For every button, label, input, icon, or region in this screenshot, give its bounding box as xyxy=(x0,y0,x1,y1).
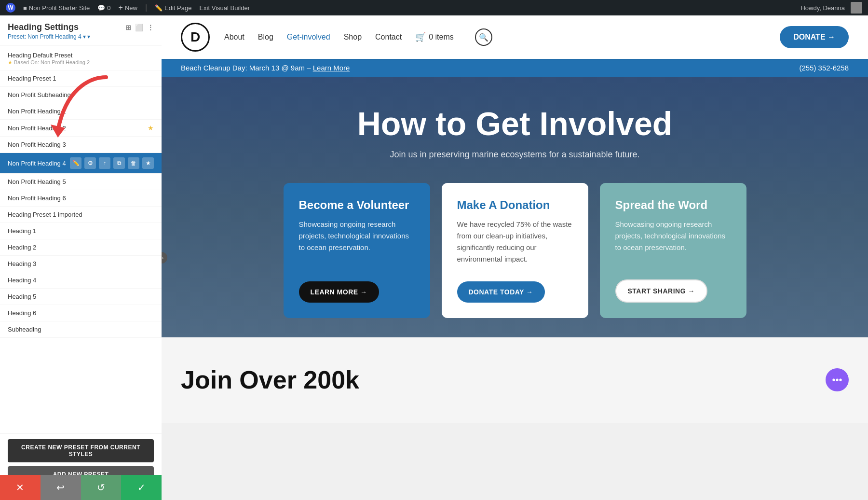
admin-avatar[interactable] xyxy=(851,2,862,14)
preset-item-h1[interactable]: Heading 1 xyxy=(0,223,162,239)
card-volunteer-title: Become a Volunteer xyxy=(299,198,415,212)
panel-title-icons: ⊞ ⬜ ⋮ xyxy=(125,24,154,31)
preset-item-np-h4[interactable]: Non Profit Heading 4 ✏️ ⚙ ↑ ⧉ 🗑 ★ xyxy=(0,153,162,174)
cards-row: Become a Volunteer Showcasing ongoing re… xyxy=(284,183,746,318)
card-donation-body: We have recycled 75% of the waste from o… xyxy=(457,219,573,272)
bottom-bar: ✕ ↩ ↺ ✓ xyxy=(0,475,162,500)
tool-export[interactable]: ↑ xyxy=(99,157,110,169)
announcement-link[interactable]: Learn More xyxy=(313,64,350,72)
card-spread-word: Spread the Word Showcasing ongoing resea… xyxy=(600,183,746,318)
panel-header: Heading Settings ⊞ ⬜ ⋮ Preset: Non Profi… xyxy=(0,15,162,45)
panel-preset-label[interactable]: Preset: Non Profit Heading 4 ▾ xyxy=(8,33,154,40)
hero-section: How to Get Involved Join us in preservin… xyxy=(162,77,868,337)
preset-item-np-h1[interactable]: Non Profit Heading 1 xyxy=(0,103,162,120)
preset-item-np-h6[interactable]: Non Profit Heading 6 xyxy=(0,190,162,207)
star-np-h2[interactable]: ★ xyxy=(148,124,154,132)
announcement-phone: (255) 352-6258 xyxy=(799,64,849,72)
preset-item-np-h5[interactable]: Non Profit Heading 5 xyxy=(0,174,162,190)
learn-more-button[interactable]: LEARN MORE → xyxy=(299,281,379,303)
admin-edit-page[interactable]: ✏️ Edit Page xyxy=(155,4,191,12)
card-volunteer: Become a Volunteer Showcasing ongoing re… xyxy=(284,183,430,318)
panel-icon-grid[interactable]: ⊞ xyxy=(125,24,131,31)
card-spread-body: Showcasing ongoing research projects, te… xyxy=(615,219,731,270)
preset-item-subheading[interactable]: Non Profit Subheading xyxy=(0,87,162,103)
preset-item-heading-default[interactable]: Heading Default Preset ★Based On: Non Pr… xyxy=(0,47,162,70)
save-button[interactable]: ✓ xyxy=(121,475,162,500)
search-icon[interactable]: 🔍 xyxy=(475,28,492,46)
start-sharing-button[interactable]: START SHARING → xyxy=(615,279,707,303)
purple-dot-button[interactable]: ••• xyxy=(826,368,849,391)
nav-blog[interactable]: Blog xyxy=(258,33,273,42)
admin-bar: W D ■ Non Profit Starter Site 💬 0 + New … xyxy=(0,0,868,15)
preset-item-np-h3[interactable]: Non Profit Heading 3 xyxy=(0,137,162,153)
nav-contact[interactable]: Contact xyxy=(375,33,402,42)
admin-new[interactable]: + New xyxy=(119,3,137,12)
preset-item-h2[interactable]: Heading 2 xyxy=(0,239,162,256)
preset-item-h5[interactable]: Heading 5 xyxy=(0,289,162,305)
site-nav: D About Blog Get-involved Shop Contact 🛒… xyxy=(162,15,868,59)
preset-item-h4[interactable]: Heading 4 xyxy=(0,272,162,289)
site-nav-links: About Blog Get-involved Shop Contact 🛒 0… xyxy=(224,28,492,46)
preset-item-h6[interactable]: Heading 6 xyxy=(0,305,162,321)
cancel-button[interactable]: ✕ xyxy=(0,475,41,500)
undo-button[interactable]: ↩ xyxy=(41,475,81,500)
nav-shop[interactable]: Shop xyxy=(344,33,362,42)
tool-delete[interactable]: 🗑 xyxy=(128,157,139,169)
hero-title: How to Get Involved xyxy=(357,106,673,142)
card-spread-title: Spread the Word xyxy=(615,198,731,212)
announcement-bar: Beach Cleanup Day: March 13 @ 9am – Lear… xyxy=(162,59,868,77)
preset-item-imported[interactable]: Heading Preset 1 imported xyxy=(0,207,162,223)
admin-exit-builder[interactable]: Exit Visual Builder xyxy=(199,4,250,12)
tool-duplicate[interactable]: ⧉ xyxy=(113,157,125,169)
nav-get-involved[interactable]: Get-involved xyxy=(287,33,330,42)
hero-subtitle: Join us in preserving marine ecosystems … xyxy=(390,150,639,160)
announcement-text: Beach Cleanup Day: March 13 @ 9am – Lear… xyxy=(181,64,350,72)
below-hero-right: ••• xyxy=(379,368,849,391)
main-content: ↔ D About Blog Get-involved Shop Contact… xyxy=(162,15,868,500)
create-preset-button[interactable]: CREATE NEW PRESET FROM CURRENT STYLES xyxy=(8,439,154,462)
admin-site-name[interactable]: D ■ Non Profit Starter Site xyxy=(23,4,90,12)
preset-item-subheading2[interactable]: Subheading xyxy=(0,321,162,338)
tool-edit[interactable]: ✏️ xyxy=(70,157,81,169)
tool-settings[interactable]: ⚙ xyxy=(84,157,96,169)
panel-icon-more[interactable]: ⋮ xyxy=(147,24,154,31)
preset-item-h3[interactable]: Heading 3 xyxy=(0,256,162,272)
card-donation-title: Make A Donation xyxy=(457,198,573,212)
nav-donate-button[interactable]: DONATE → xyxy=(780,26,849,48)
preset-item-1[interactable]: Heading Preset 1 xyxy=(0,70,162,87)
preset-list: Heading Default Preset ★Based On: Non Pr… xyxy=(0,45,162,433)
site-logo: D xyxy=(181,23,210,52)
below-hero-section: Join Over 200k ••• xyxy=(162,337,868,423)
preset-item-np-h2[interactable]: Non Profit Heading 2 ★ xyxy=(0,120,162,137)
admin-comments[interactable]: 💬 0 xyxy=(97,4,110,12)
card-volunteer-body: Showcasing ongoing research projects, te… xyxy=(299,219,415,272)
nav-cart[interactable]: 🛒 0 items xyxy=(415,32,454,42)
redo-button[interactable]: ↺ xyxy=(81,475,122,500)
panel-icon-columns[interactable]: ⬜ xyxy=(135,24,143,31)
cart-icon: 🛒 xyxy=(415,32,426,42)
nav-about[interactable]: About xyxy=(224,33,244,42)
heading-settings-panel: Heading Settings ⊞ ⬜ ⋮ Preset: Non Profi… xyxy=(0,15,162,500)
admin-greeting: Howdy, Deanna xyxy=(800,4,845,12)
tool-star[interactable]: ★ xyxy=(142,157,154,169)
active-tools: ✏️ ⚙ ↑ ⧉ 🗑 ★ xyxy=(70,157,154,169)
card-donation: Make A Donation We have recycled 75% of … xyxy=(442,183,588,318)
wp-logo[interactable]: W xyxy=(6,3,15,13)
below-hero-title: Join Over 200k xyxy=(181,366,359,394)
panel-title: Heading Settings ⊞ ⬜ ⋮ xyxy=(8,22,154,32)
donate-today-button[interactable]: DONATE TODAY → xyxy=(457,281,545,303)
